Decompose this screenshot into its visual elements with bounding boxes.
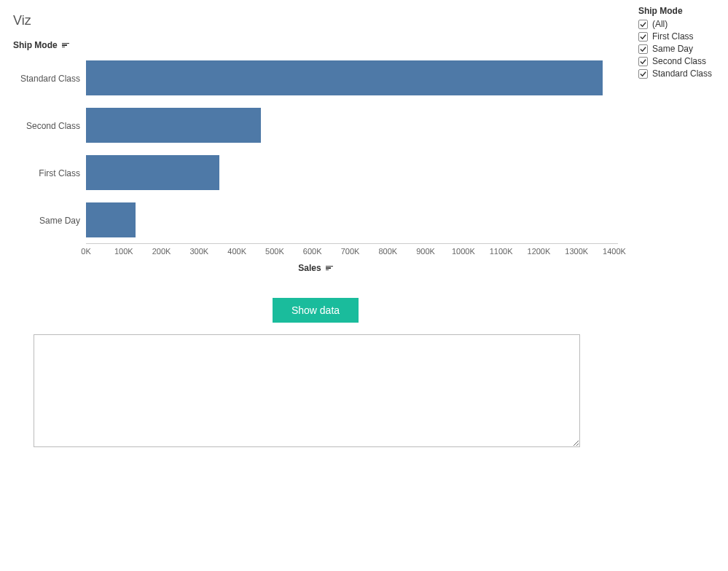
filter-item[interactable]: First Class xyxy=(638,31,712,42)
viz-title: Viz xyxy=(13,13,728,28)
x-tick: 500K xyxy=(265,247,284,256)
bar[interactable] xyxy=(86,155,219,190)
category-label: Second Class xyxy=(13,102,80,149)
plot-area: Standard ClassSecond ClassFirst ClassSam… xyxy=(13,55,618,244)
filter-item[interactable]: Same Day xyxy=(638,44,712,54)
filter-item-label: (All) xyxy=(652,19,668,29)
x-tick: 900K xyxy=(416,247,435,256)
bar-row xyxy=(86,102,618,149)
filter-item-label: Standard Class xyxy=(652,68,712,79)
x-tick: 200K xyxy=(152,247,171,256)
x-tick: 1000K xyxy=(452,247,475,256)
checkbox-icon[interactable] xyxy=(638,32,648,42)
checkbox-icon[interactable] xyxy=(638,44,648,54)
filter-item-label: Second Class xyxy=(652,56,706,66)
checkbox-icon[interactable] xyxy=(638,20,648,29)
x-tick: 1100K xyxy=(490,247,513,256)
x-tick: 700K xyxy=(341,247,360,256)
filter-item[interactable]: (All) xyxy=(638,19,712,29)
output-textarea[interactable] xyxy=(34,334,580,447)
bars-column xyxy=(86,55,618,244)
x-tick: 300K xyxy=(189,247,208,256)
x-tick: 1200K xyxy=(528,247,551,256)
category-label: First Class xyxy=(13,149,80,197)
filter-item-label: Same Day xyxy=(652,44,693,54)
x-tick: 600K xyxy=(303,247,322,256)
sort-desc-icon xyxy=(326,266,333,271)
y-axis-label: Ship Mode xyxy=(13,40,58,50)
category-label: Same Day xyxy=(13,197,80,244)
show-data-button[interactable]: Show data xyxy=(273,298,359,323)
bar[interactable] xyxy=(86,202,136,237)
x-axis-header: Sales xyxy=(13,263,618,273)
chart-wrap: Ship Mode Standard ClassSecond ClassFirs… xyxy=(13,40,728,447)
filter-title: Ship Mode xyxy=(638,6,712,16)
filter-item-label: First Class xyxy=(652,31,694,42)
x-tick: 800K xyxy=(378,247,397,256)
category-label: Standard Class xyxy=(13,55,80,102)
x-tick: 1300K xyxy=(565,247,588,256)
y-axis-header: Ship Mode xyxy=(13,40,618,50)
bar[interactable] xyxy=(86,108,261,143)
x-tick: 400K xyxy=(227,247,246,256)
filter-panel: Ship Mode (All)First ClassSame DaySecond… xyxy=(638,6,712,81)
x-axis-label: Sales xyxy=(298,263,321,273)
bar-row xyxy=(86,55,618,102)
filter-item[interactable]: Second Class xyxy=(638,56,712,66)
bar-row xyxy=(86,196,618,243)
x-tick: 100K xyxy=(114,247,133,256)
filter-item[interactable]: Standard Class xyxy=(638,68,712,79)
sort-desc-icon xyxy=(62,43,69,48)
x-tick: 0K xyxy=(81,247,90,256)
bar[interactable] xyxy=(86,60,603,95)
category-labels: Standard ClassSecond ClassFirst ClassSam… xyxy=(13,55,86,244)
bar-row xyxy=(86,149,618,197)
x-ticks: 0K100K200K300K400K500K600K700K800K900K10… xyxy=(86,244,614,259)
checkbox-icon[interactable] xyxy=(638,69,648,79)
x-tick: 1400K xyxy=(603,247,626,256)
checkbox-icon[interactable] xyxy=(638,57,648,66)
dashboard: Viz Ship Mode Standard ClassSecond Class… xyxy=(0,0,728,571)
chart-area: Ship Mode Standard ClassSecond ClassFirs… xyxy=(13,40,618,447)
button-row: Show data xyxy=(13,298,618,323)
